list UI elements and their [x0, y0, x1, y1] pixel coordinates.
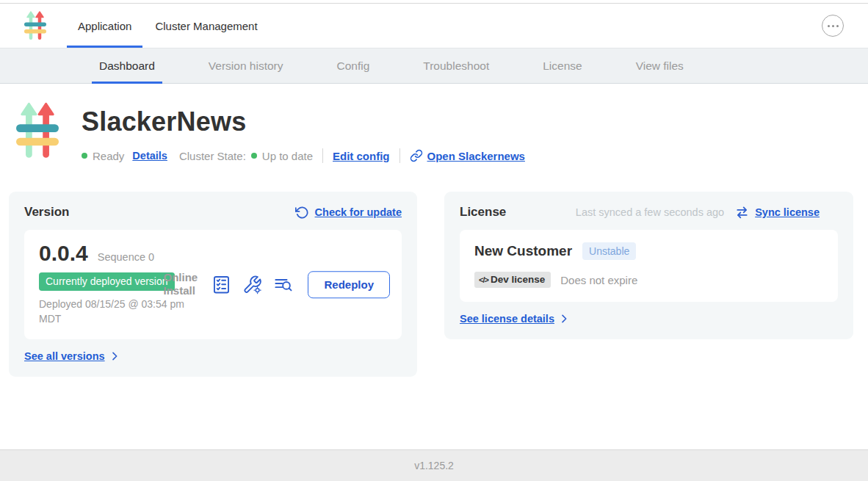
- see-all-versions-label: See all versions: [24, 350, 105, 362]
- subnav-item-view-files[interactable]: View files: [629, 48, 691, 83]
- main-content: SlackerNews Ready Details Cluster State:…: [0, 84, 868, 377]
- subnav-item-dashboard[interactable]: Dashboard: [92, 48, 162, 83]
- cluster-state-value: Up to date: [262, 150, 313, 162]
- open-slackernews-link[interactable]: Open Slackernews: [410, 149, 525, 162]
- page-title: SlackerNews: [82, 106, 525, 137]
- subnav-view-files-label: View files: [636, 59, 684, 73]
- tab-application-label: Application: [78, 20, 131, 32]
- ready-status-label: Ready: [93, 150, 124, 162]
- ready-status-dot: [82, 153, 87, 159]
- footer: v1.125.2: [0, 449, 868, 481]
- license-card-header: License Last synced a few seconds ago Sy…: [460, 205, 838, 220]
- version-card-header: Version Check for update: [24, 205, 402, 220]
- dev-license-badge: </> Dev license: [474, 272, 551, 288]
- license-type-row: </> Dev license Does not expire: [474, 272, 823, 288]
- divider: [399, 148, 400, 163]
- expiry-label: Does not expire: [560, 274, 637, 286]
- divider: [322, 148, 323, 163]
- ellipsis-icon: [828, 25, 839, 27]
- subnav-license-label: License: [543, 59, 582, 73]
- customer-name: New Customer: [474, 243, 572, 259]
- code-icon: </>: [479, 275, 488, 284]
- preflight-checks-icon[interactable]: [211, 275, 231, 294]
- console-version-label: v1.125.2: [414, 460, 454, 471]
- version-card-title: Version: [24, 205, 69, 220]
- sync-license-label: Sync license: [755, 206, 820, 218]
- tab-cluster-management[interactable]: Cluster Management: [144, 4, 268, 48]
- primary-nav: Application Cluster Management: [67, 4, 269, 48]
- subnav-dashboard-label: Dashboard: [99, 59, 155, 73]
- redeploy-button[interactable]: Redeploy: [308, 271, 390, 298]
- deployed-version-badge: Currently deployed version: [39, 272, 175, 291]
- subnav-item-version-history[interactable]: Version history: [201, 48, 291, 83]
- version-number: 0.0.4: [39, 241, 88, 266]
- sync-icon: [735, 206, 749, 220]
- cluster-status-dot: [251, 153, 257, 159]
- dev-license-label: Dev license: [491, 274, 545, 285]
- slackernews-logo-icon[interactable]: [24, 11, 46, 40]
- license-card-title: License: [460, 205, 506, 220]
- tab-cluster-management-label: Cluster Management: [155, 20, 257, 32]
- customer-row: New Customer Unstable: [474, 242, 823, 260]
- link-icon: [410, 149, 423, 162]
- subnav-item-troubleshoot[interactable]: Troubleshoot: [416, 48, 496, 83]
- version-actions: Online Install Redeploy: [163, 271, 390, 299]
- last-synced-label: Last synced a few seconds ago: [576, 206, 724, 218]
- tab-application[interactable]: Application: [67, 4, 142, 48]
- chevron-right-icon: [109, 350, 120, 362]
- check-for-update-label: Check for update: [315, 206, 402, 218]
- sequence-label: Sequence 0: [98, 251, 154, 263]
- edit-config-link[interactable]: Edit config: [333, 150, 390, 162]
- subnav-item-config[interactable]: Config: [330, 48, 377, 83]
- details-link[interactable]: Details: [132, 150, 167, 162]
- app-status-row: Ready Details Cluster State: Up to date …: [82, 148, 525, 163]
- open-slackernews-label: Open Slackernews: [427, 150, 525, 162]
- overflow-menu-button[interactable]: [822, 15, 844, 37]
- version-number-row: 0.0.4 Sequence 0: [39, 241, 388, 266]
- subnav-troubleshoot-label: Troubleshoot: [423, 59, 489, 73]
- cluster-state-label: Cluster State:: [179, 150, 246, 162]
- deployed-timestamp: Deployed 08/15/25 @ 03:54 pm MDT: [39, 297, 195, 326]
- app-header-bar: Application Cluster Management: [0, 4, 868, 48]
- app-subnav: Dashboard Version history Config Trouble…: [0, 48, 868, 84]
- refresh-icon: [295, 206, 309, 220]
- chevron-right-icon: [558, 313, 570, 325]
- sync-license-action[interactable]: Sync license: [735, 206, 820, 220]
- current-version-panel: 0.0.4 Sequence 0 Currently deployed vers…: [24, 230, 402, 339]
- see-all-versions-link[interactable]: See all versions: [24, 350, 402, 362]
- license-card: License Last synced a few seconds ago Sy…: [444, 192, 853, 339]
- see-license-details-link[interactable]: See license details: [460, 313, 838, 325]
- see-license-details-label: See license details: [460, 313, 554, 325]
- subnav-config-label: Config: [337, 59, 370, 73]
- install-type-label: Online Install: [163, 271, 200, 299]
- channel-badge: Unstable: [582, 242, 636, 260]
- config-tools-icon[interactable]: [242, 275, 262, 294]
- subnav-item-license[interactable]: License: [535, 48, 589, 83]
- dashboard-cards: Version Check for update 0.0.4 Sequence …: [9, 192, 853, 377]
- version-card: Version Check for update 0.0.4 Sequence …: [9, 192, 417, 377]
- view-logs-icon[interactable]: [273, 275, 293, 294]
- app-icon: [16, 102, 59, 163]
- license-details-panel: New Customer Unstable </> Dev license Do…: [460, 230, 838, 302]
- app-heading-section: SlackerNews Ready Details Cluster State:…: [0, 84, 868, 163]
- subnav-version-history-label: Version history: [209, 59, 283, 73]
- check-for-update-action[interactable]: Check for update: [295, 206, 402, 220]
